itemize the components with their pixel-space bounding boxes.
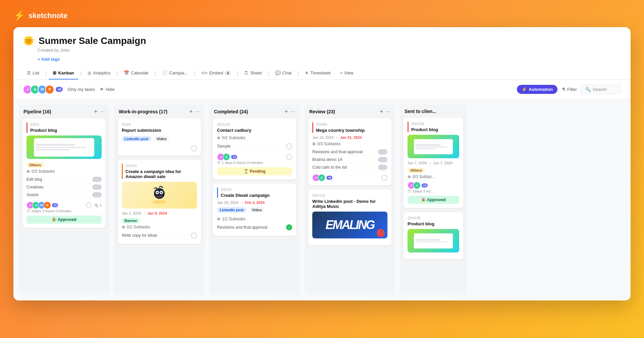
tab-chat[interactable]: 💬 Chat: [271, 67, 296, 79]
column-wip-title: Work-in-progress (17): [119, 109, 167, 114]
calendar-icon: 📅: [124, 70, 129, 75]
column-completed-more[interactable]: ···: [291, 109, 295, 115]
card-ss3-tag-others: Others: [26, 162, 44, 168]
top-bar: ⚡ sketchnote: [13, 10, 631, 21]
card-ss9-tag-video: Video: [154, 136, 169, 142]
subtasks-icon: ⊕: [217, 135, 220, 140]
subtasks-icon: ⊕: [408, 174, 411, 179]
tab-sheet-label: Sheet: [250, 70, 262, 75]
card-ss56-subtasks: ⊕ 0/3 Subtasks: [312, 142, 387, 146]
tab-view[interactable]: + View: [336, 67, 358, 79]
card-ss188-tag: Others: [408, 168, 425, 173]
card-ss143-pending: ⏳ Pending: [217, 167, 292, 175]
only-my-tasks-toggle[interactable]: Only my tasks: [67, 87, 95, 92]
card-ss143-name[interactable]: Contact cadbury: [217, 128, 292, 133]
column-review-add[interactable]: +: [380, 109, 383, 115]
embed-icon: </>: [201, 70, 208, 75]
automation-icon: ⚡: [522, 87, 527, 92]
task-circle[interactable]: [286, 154, 292, 160]
add-tags-link[interactable]: + Add tags: [38, 57, 60, 62]
page-title: Summer Sale Campaign: [39, 36, 146, 46]
column-wip-actions: + ···: [189, 109, 200, 115]
tab-embed[interactable]: </> Embed 4: [197, 67, 235, 79]
card-ss195-name[interactable]: Product blog: [408, 221, 459, 226]
card-ss3-name[interactable]: Product blog: [30, 128, 102, 133]
tab-list[interactable]: ☰ List: [23, 67, 43, 79]
view-icon: +: [340, 70, 342, 75]
subtask-toggle[interactable]: [378, 149, 387, 155]
column-wip-add[interactable]: +: [189, 109, 193, 115]
subtask-assets-toggle[interactable]: [92, 192, 102, 198]
column-review-header: Review (23) + ···: [305, 105, 395, 118]
subtask-edit-blog: Edit blog: [26, 176, 102, 183]
card-avatar-overflow: +6: [422, 183, 428, 187]
column-review-more[interactable]: ···: [386, 109, 390, 115]
card-ss31-name[interactable]: Create Diwali campaign: [221, 193, 292, 198]
card-ss188-dates: Jun 7, 2024 → Jun 7, 2024: [408, 161, 459, 165]
card-ss10-dates: Jan 2, 2024 → Jan 9, 2024: [122, 211, 197, 215]
card-ss56-footer: J A +6: [312, 174, 387, 181]
card-ss3: SS#3 Product blog Others: [22, 118, 106, 228]
card-ss31-dates: Jan 29, 2024 → Feb 4, 2024: [217, 201, 292, 205]
card-ss112-name[interactable]: Write LinkedIn post - Demo for Aditya Mu…: [312, 199, 387, 209]
search-box[interactable]: 🔍 Search: [581, 84, 621, 94]
tab-timesheet[interactable]: ✕ Timesheet: [301, 67, 334, 79]
card-ss195: SS#195 Product blog: [403, 212, 464, 260]
hide-button[interactable]: 👁 Hide: [100, 87, 115, 92]
analytics-icon: ◎: [88, 70, 91, 75]
subtask-write-copy-circle[interactable]: [191, 232, 197, 238]
card-ss188-id: SS#188: [411, 122, 459, 126]
column-pipeline-more[interactable]: ···: [100, 109, 105, 115]
subtasks-icon: ⊕: [26, 169, 30, 174]
column-pipeline: Pipeline (16) + ··· SS#3 Product blog: [19, 105, 109, 295]
project-emoji: 🌞: [23, 35, 35, 46]
card-ss188-name[interactable]: Product blog: [411, 127, 459, 132]
tab-kanban[interactable]: ⊞ Kanban: [49, 67, 78, 79]
column-review-title: Review (23): [309, 109, 335, 114]
column-wip-more[interactable]: ···: [196, 109, 200, 115]
tab-calendar[interactable]: 📅 Calendar: [120, 67, 153, 79]
column-review-actions: + ···: [380, 109, 390, 115]
app-name: sketchnote: [29, 11, 67, 20]
kanban-icon: ⊞: [53, 70, 56, 75]
automation-button[interactable]: ⚡ Automation: [517, 85, 557, 94]
card-avatar-overflow: +2: [231, 155, 237, 159]
card-ss10-name[interactable]: Create a campaign idea for Amazon diwali…: [125, 169, 197, 179]
card-avatar-overflow: +6: [326, 176, 332, 180]
card-ss3-time: ⏱ 1days 3 hours 0 minutes: [26, 209, 102, 213]
toolbar-left: J A M R +6 Only my tasks 👁 Hide: [23, 85, 115, 94]
task-circle[interactable]: [381, 175, 387, 181]
column-pipeline-add[interactable]: +: [94, 109, 98, 115]
tab-kanban-label: Kanban: [58, 70, 74, 75]
task-circle[interactable]: [86, 202, 92, 208]
subtask-creatives-toggle[interactable]: [92, 184, 102, 190]
tab-sheet[interactable]: 🗒 Sheet: [240, 67, 266, 79]
card-ss56-name[interactable]: Mega country township: [316, 128, 387, 133]
card-ss31-tag-linkedin: LinkedIn post: [217, 207, 247, 213]
card-ss3-status: 🎉 Approved: [26, 216, 102, 224]
subtask-revisions-circle[interactable]: ✓: [286, 224, 292, 230]
filter-button[interactable]: ⚗ Filter: [561, 87, 577, 92]
avatar-overflow-count: +6: [56, 87, 63, 92]
card-ss31-tag-video: Video: [249, 207, 265, 213]
avatar: R: [45, 85, 54, 94]
subtask-edit-blog-toggle[interactable]: [92, 177, 102, 182]
card-ss9: SS#9 Report submission LinkedIn post Vid…: [117, 118, 201, 156]
tab-campaign[interactable]: 📄 Campai...: [158, 67, 192, 79]
task-circle[interactable]: [191, 146, 197, 152]
subtask-sample-circle[interactable]: [286, 143, 292, 149]
column-completed-add[interactable]: +: [284, 109, 288, 115]
svg-point-4: [157, 192, 158, 193]
card-ss112: SS#112 Write LinkedIn post - Demo for Ad…: [308, 189, 392, 245]
column-sent-title: Sent to clien...: [405, 109, 436, 114]
timer-icon: ⏱: [26, 209, 30, 213]
card-ss9-name[interactable]: Report submission: [122, 128, 197, 133]
column-sent-header: Sent to clien...: [400, 105, 467, 117]
column-pipeline-header: Pipeline (16) + ···: [19, 105, 109, 118]
card-ss3-subtasks: ⊕ 0/3 Subtasks: [26, 169, 102, 174]
subtask-toggle[interactable]: [378, 165, 387, 170]
subtask-toggle[interactable]: [378, 157, 387, 162]
tab-timesheet-label: Timesheet: [310, 70, 330, 75]
tab-analytics[interactable]: ◎ Analytics: [84, 67, 114, 79]
card-avatar-overflow: +6: [52, 203, 58, 207]
